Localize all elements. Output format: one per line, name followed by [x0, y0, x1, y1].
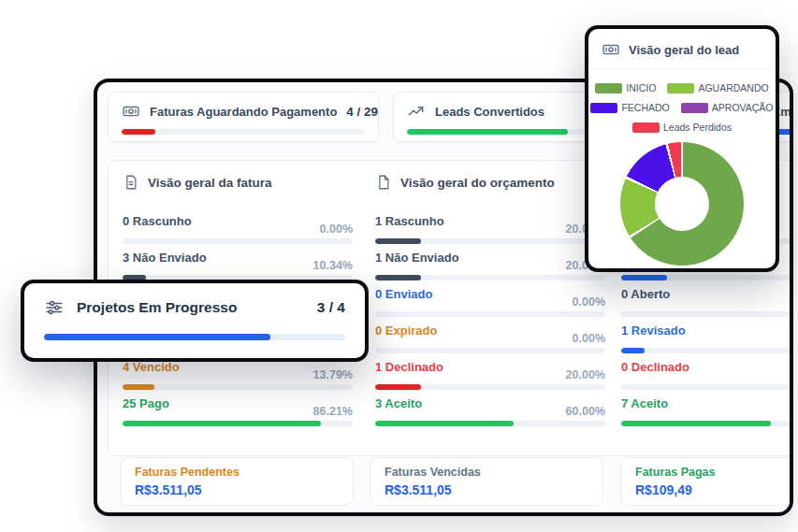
stat-bar-track [123, 384, 353, 390]
legend-row: FECHADOAPROVAÇÃO [590, 102, 773, 113]
legend-row: Leads Perdidos [632, 122, 732, 133]
stat-row: 3 Aceito60.00% [375, 395, 605, 432]
stat-bar-track [621, 384, 793, 390]
stat-label: 1 Revisado [621, 324, 686, 338]
stat-label: 3 Não Enviado [123, 251, 207, 265]
file-icon [375, 174, 392, 191]
summary-label: Faturas Pendentes [135, 466, 339, 479]
popover-value: 3 / 4 [317, 299, 345, 316]
summary-card-faturas-pagas[interactable]: Faturas Pagas R$109,49 [620, 457, 793, 506]
stat-bar-track [375, 421, 605, 426]
column-title: Visão geral do orçamento [400, 176, 555, 190]
stat-label: 4 Vencido [123, 360, 180, 374]
stat-bar-track [621, 421, 793, 426]
legend-row: INICIOAGUARDANDO [595, 82, 768, 93]
stat-percent: 0.00% [320, 223, 353, 236]
stat-bar-track [123, 238, 353, 244]
stat-row: 4 Vencido13.79% [123, 359, 353, 395]
projects-in-progress-popover[interactable]: Projetos Em Progresso 3 / 4 [21, 280, 369, 362]
stat-bar-track [123, 421, 353, 426]
legend-swatch [595, 83, 622, 93]
lead-donut-chart [620, 142, 744, 266]
summary-label: Faturas Vencidas [384, 466, 588, 479]
stat-label: 0 Enviado [375, 287, 432, 301]
stat-label: 7 Aceito [621, 396, 668, 410]
legend-label: INICIO [626, 82, 656, 93]
kpi-progress-fill [407, 129, 568, 135]
stat-bar-track [621, 348, 793, 353]
stat-percent: 10.34% [313, 259, 353, 272]
kpi-progress-fill [122, 129, 155, 135]
stat-label: 1 Não Enviado [375, 251, 459, 265]
stat-bar-fill [375, 238, 421, 244]
summary-card-faturas-vencidas[interactable]: Faturas Vencidas R$3.511,05 [370, 457, 603, 506]
stat-bar-fill [123, 421, 321, 426]
stat-label: 25 Pago [123, 396, 169, 410]
stat-label: 0 Declinado [621, 360, 689, 374]
summary-value: R$3.511,05 [135, 482, 339, 497]
stat-row: 1 Declinado20.00% [375, 359, 605, 395]
legend-item[interactable]: AGUARDANDO [667, 82, 768, 93]
stat-bar-track [375, 311, 605, 317]
kpi-label: Faturas Aguardando Pagamento [150, 105, 337, 119]
stat-percent: 0.00% [573, 332, 605, 345]
stat-percent: 0.00% [573, 295, 605, 309]
stat-bar-track [375, 275, 605, 280]
stat-row: 0 Declinado [621, 359, 793, 395]
legend-item[interactable]: Leads Perdidos [632, 122, 732, 133]
column-orcamento: Visão geral do orçamento 1 Rascunho20.00… [375, 161, 605, 455]
stat-label: 1 Rascunho [375, 214, 444, 228]
legend-label: AGUARDANDO [698, 82, 768, 93]
summary-card-faturas-pendentes[interactable]: Faturas Pendentes R$3.511,05 [120, 457, 354, 506]
stat-percent: 60.00% [566, 405, 605, 418]
stat-row: 0 Enviado0.00% [375, 286, 605, 323]
kpi-label: Leads Convertidos [435, 105, 544, 119]
kpi-card-faturas-aguardando[interactable]: Faturas Aguardando Pagamento 4 / 29 [108, 92, 379, 142]
stat-bar-fill [621, 421, 771, 426]
column-title: Visão geral da fatura [148, 176, 272, 190]
stat-label: 0 Rascunho [123, 214, 192, 228]
invoice-icon [123, 174, 139, 191]
stat-bar-fill [621, 348, 645, 353]
stat-percent: 86.21% [313, 405, 353, 418]
stat-row: 1 Não Enviado20.00% [375, 250, 605, 286]
cash-icon [602, 40, 620, 59]
cash-icon [122, 102, 140, 121]
legend-item[interactable]: INICIO [595, 82, 656, 93]
legend-item[interactable]: APROVAÇÃO [681, 102, 774, 113]
popover-header: Visão geral do lead [588, 29, 776, 69]
stat-label: 0 Expirado [375, 324, 437, 338]
stat-row: 0 Rascunho0.00% [123, 213, 353, 250]
legend-label: APROVAÇÃO [712, 102, 774, 113]
legend-swatch [681, 103, 708, 113]
trending-up-icon [407, 102, 426, 121]
stat-bar-fill [375, 421, 514, 426]
stat-bar-fill [375, 384, 421, 390]
lead-overview-popover[interactable]: Visão geral do lead INICIOAGUARDANDOFECH… [585, 25, 779, 272]
stat-percent: 13.79% [313, 368, 353, 381]
stat-label: 3 Aceito [375, 396, 422, 410]
legend-label: FECHADO [621, 102, 669, 113]
summary-value: R$109,49 [635, 482, 793, 497]
stat-bar-track [621, 275, 793, 280]
popover-title: Visão geral do lead [629, 43, 739, 57]
stat-row: 1 Rascunho20.00% [375, 213, 605, 250]
stat-bar-fill [375, 275, 421, 280]
stat-row: 0 Expirado0.00% [375, 323, 605, 359]
column-header: Visão geral do orçamento [375, 174, 555, 191]
donut-legend: INICIOAGUARDANDOFECHADOAPROVAÇÃOLeads Pe… [588, 82, 776, 133]
stat-label: 0 Aberto [621, 287, 670, 301]
stat-bar-track [375, 384, 605, 390]
stat-bar-track [375, 348, 605, 353]
stat-row: 25 Pago86.21% [123, 395, 353, 432]
stat-row: 1 Revisado [621, 323, 793, 359]
stat-row: 0 Aberto [621, 286, 793, 323]
legend-swatch [667, 83, 694, 93]
stat-row: 7 Aceito [621, 395, 793, 432]
legend-item[interactable]: FECHADO [590, 102, 669, 113]
stat-bar-track [621, 311, 793, 317]
project-progress-track [44, 334, 345, 340]
sliders-icon [44, 297, 65, 318]
stat-rows: 1 Rascunho20.00%1 Não Enviado20.00%0 Env… [375, 213, 605, 432]
legend-swatch [632, 122, 660, 133]
